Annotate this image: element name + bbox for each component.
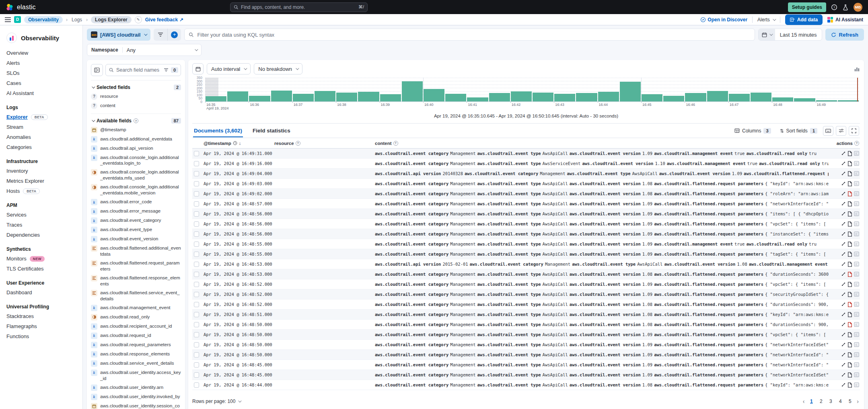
menu-icon[interactable] bbox=[5, 17, 11, 22]
stacktrace-icon[interactable] bbox=[854, 382, 859, 387]
collapse-sidebar-button[interactable] bbox=[91, 64, 103, 76]
document-quality-icon[interactable] bbox=[847, 151, 852, 156]
expand-document-icon[interactable] bbox=[841, 342, 846, 347]
stacktrace-icon[interactable] bbox=[854, 221, 859, 226]
expand-document-icon[interactable] bbox=[841, 181, 846, 186]
row-checkbox[interactable] bbox=[194, 282, 199, 287]
expand-document-icon[interactable] bbox=[841, 322, 846, 327]
histogram-bar[interactable] bbox=[533, 93, 553, 101]
expand-document-icon[interactable] bbox=[841, 272, 846, 277]
breadcrumb-observability[interactable]: Observability bbox=[24, 16, 63, 23]
row-checkbox[interactable] bbox=[194, 262, 199, 267]
document-quality-icon[interactable] bbox=[847, 221, 852, 227]
expand-document-icon[interactable] bbox=[841, 161, 846, 166]
time-range-label[interactable]: Last 15 minutes bbox=[775, 29, 822, 40]
row-checkbox[interactable] bbox=[194, 211, 199, 217]
degraded-document-icon[interactable] bbox=[847, 322, 852, 327]
sidebar-item-functions[interactable]: Functions bbox=[0, 331, 82, 341]
rows-per-page-button[interactable]: Rows per page: 100 bbox=[192, 399, 241, 404]
field-item-aws-cloudtrail-console-login-additional-eventdata-mobile-version[interactable]: aws.cloudtrail.console_login.additional_… bbox=[91, 183, 181, 198]
expand-document-icon[interactable] bbox=[841, 282, 846, 287]
selected-fields-header[interactable]: Selected fields 2 bbox=[91, 81, 181, 92]
stacktrace-icon[interactable] bbox=[854, 332, 859, 337]
fullscreen-button[interactable] bbox=[849, 126, 859, 136]
field-item-aws-cloudtrail-request-id[interactable]: kaws.cloudtrail.request_id bbox=[91, 331, 181, 340]
page-button-4[interactable]: 4 bbox=[836, 397, 844, 406]
histogram-bar[interactable] bbox=[271, 91, 292, 101]
sidebar-item-stream[interactable]: Stream bbox=[0, 122, 82, 132]
row-checkbox[interactable] bbox=[194, 272, 199, 277]
stacktrace-icon[interactable] bbox=[854, 322, 859, 327]
dataview-picker[interactable]: aws [AWS] cloudtrail bbox=[87, 29, 150, 41]
histogram-bar[interactable] bbox=[838, 100, 859, 101]
histogram-bar[interactable] bbox=[402, 81, 423, 101]
chart-date-button[interactable] bbox=[192, 63, 204, 74]
page-button-5[interactable]: 5 bbox=[846, 397, 854, 406]
document-quality-icon[interactable] bbox=[847, 282, 852, 287]
expand-document-icon[interactable] bbox=[841, 242, 846, 246]
document-quality-icon[interactable] bbox=[847, 312, 852, 317]
row-checkbox[interactable] bbox=[194, 302, 199, 307]
row-checkbox[interactable] bbox=[194, 352, 199, 357]
field-item-content[interactable]: ?content bbox=[91, 101, 181, 110]
filter-button[interactable] bbox=[154, 29, 167, 41]
keyboard-shortcuts-button[interactable] bbox=[823, 126, 833, 136]
stacktrace-icon[interactable] bbox=[854, 201, 859, 206]
expand-document-icon[interactable] bbox=[841, 151, 846, 156]
row-checkbox[interactable] bbox=[194, 312, 199, 317]
stacktrace-icon[interactable] bbox=[854, 292, 859, 297]
histogram-bar[interactable] bbox=[554, 94, 575, 101]
sidebar-item-stacktraces[interactable]: Stacktraces bbox=[0, 311, 82, 321]
expand-document-icon[interactable] bbox=[841, 312, 846, 317]
elastic-brand[interactable]: elastic bbox=[6, 3, 36, 11]
histogram-bar[interactable] bbox=[358, 92, 379, 101]
expand-document-icon[interactable] bbox=[841, 191, 846, 196]
calendar-button[interactable] bbox=[759, 29, 775, 40]
row-checkbox[interactable] bbox=[194, 201, 199, 207]
document-quality-icon[interactable] bbox=[847, 252, 852, 257]
stacktrace-icon[interactable] bbox=[854, 282, 859, 287]
document-quality-icon[interactable] bbox=[847, 171, 852, 176]
expand-document-icon[interactable] bbox=[841, 332, 846, 337]
sidebar-item-traces[interactable]: Traces bbox=[0, 220, 82, 230]
breakdown-select[interactable]: No breakdown bbox=[254, 63, 302, 74]
histogram-bar[interactable] bbox=[315, 91, 335, 101]
sidebar-item-overview[interactable]: Overview bbox=[0, 48, 82, 58]
display-options-button[interactable] bbox=[836, 126, 846, 136]
row-checkbox[interactable] bbox=[194, 221, 199, 227]
expand-document-icon[interactable] bbox=[841, 171, 846, 176]
stacktrace-icon[interactable] bbox=[854, 342, 859, 347]
chart-settings-icon[interactable] bbox=[854, 66, 860, 72]
columns-button[interactable]: Columns 3 bbox=[731, 126, 774, 135]
sidebar-item-explorer[interactable]: ExplorerBETA bbox=[0, 112, 82, 122]
sidebar-item-metrics-explorer[interactable]: Metrics Explorer bbox=[0, 176, 82, 186]
row-checkbox[interactable] bbox=[194, 362, 199, 368]
global-search[interactable]: ⌘/ bbox=[230, 2, 368, 12]
stacktrace-icon[interactable] bbox=[854, 352, 859, 357]
tab-documents[interactable]: Documents (3,602) bbox=[193, 124, 243, 137]
expand-document-icon[interactable] bbox=[841, 201, 846, 206]
histogram-bar[interactable] bbox=[206, 96, 226, 101]
histogram-bar[interactable] bbox=[293, 94, 314, 101]
histogram-bar[interactable] bbox=[424, 89, 444, 101]
field-search-input[interactable] bbox=[116, 67, 161, 73]
field-item-aws-cloudtrail-error-code[interactable]: kaws.cloudtrail.error_code bbox=[91, 198, 181, 207]
available-fields-header[interactable]: Available fields ? 87 bbox=[91, 114, 181, 125]
stacktrace-icon[interactable] bbox=[854, 312, 859, 317]
stacktrace-icon[interactable] bbox=[854, 302, 859, 307]
kql-search-bar[interactable] bbox=[184, 29, 755, 41]
content-column-header[interactable]: content ? bbox=[375, 141, 829, 146]
page-button-1[interactable]: 1 bbox=[807, 397, 815, 406]
resource-column-header[interactable]: resource ? bbox=[274, 141, 375, 146]
expand-document-icon[interactable] bbox=[841, 362, 846, 367]
namespace-select[interactable]: Namespace Any bbox=[87, 44, 202, 56]
field-item-timestamp[interactable]: @timestamp bbox=[91, 125, 181, 134]
document-quality-icon[interactable] bbox=[847, 201, 852, 207]
row-checkbox[interactable] bbox=[194, 242, 199, 247]
ai-assistant-button[interactable]: AI Assistant bbox=[827, 17, 863, 23]
stacktrace-icon[interactable] bbox=[854, 151, 859, 156]
histogram-bar[interactable] bbox=[772, 97, 793, 101]
field-item-aws-cloudtrail-user-identity-access-key-id[interactable]: kaws.cloudtrail.user_identity.access_key… bbox=[91, 368, 181, 383]
sidebar-item-anomalies[interactable]: Anomalies bbox=[0, 132, 82, 142]
field-item-aws-cloudtrail-event-category[interactable]: kaws.cloudtrail.event_category bbox=[91, 216, 181, 225]
